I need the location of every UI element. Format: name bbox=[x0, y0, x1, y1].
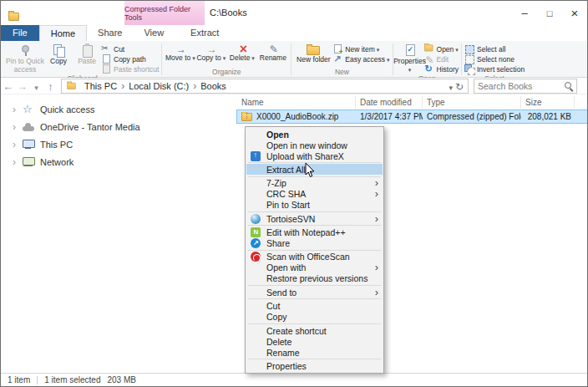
menu-item-open[interactable]: Open bbox=[246, 129, 383, 140]
tab-file[interactable]: File bbox=[1, 25, 39, 41]
ribbon-group-open: Properties Open Edit History bbox=[394, 42, 460, 77]
button-label: Copy to bbox=[196, 54, 226, 63]
paste-button[interactable]: Paste bbox=[73, 42, 101, 66]
menu-item-label: Upload with ShareX bbox=[266, 151, 381, 161]
tab-view[interactable]: View bbox=[133, 25, 175, 41]
tab-extract[interactable]: Extract bbox=[180, 25, 230, 41]
address-bar: This PC›Local Disk (C:)›Books bbox=[1, 78, 587, 94]
cut-button[interactable]: Cut bbox=[101, 44, 159, 54]
sidebar-item-onedrive-tantor-media[interactable]: ›OneDrive - Tantor Media bbox=[1, 118, 237, 135]
refresh-icon[interactable] bbox=[455, 79, 464, 94]
tab-home[interactable]: Home bbox=[39, 25, 87, 41]
share-icon bbox=[251, 238, 261, 248]
expand-chevron-icon[interactable]: › bbox=[9, 121, 19, 133]
history-button[interactable]: History bbox=[424, 64, 459, 74]
navigation-pane: ›Quick access›OneDrive - Tantor Media›Th… bbox=[1, 95, 237, 373]
new-folder-button[interactable]: New folder bbox=[294, 42, 332, 64]
menu-item-create-shortcut[interactable]: Create shortcut bbox=[246, 325, 383, 336]
menu-item-label: Share bbox=[266, 238, 381, 248]
menu-item-send-to[interactable]: Send to› bbox=[246, 287, 383, 298]
menu-icon-placeholder bbox=[251, 262, 261, 272]
sidebar-item-this-pc[interactable]: ›This PC bbox=[1, 135, 237, 153]
menu-separator bbox=[248, 225, 381, 226]
address-dropdown-icon[interactable] bbox=[449, 79, 453, 94]
menu-item-edit-with-notepad[interactable]: Edit with Notepad++ bbox=[246, 227, 383, 238]
menu-separator bbox=[248, 323, 381, 324]
officescan-icon bbox=[251, 252, 261, 262]
expand-chevron-icon[interactable]: › bbox=[9, 104, 19, 115]
invert-selection-button[interactable]: Invert selection bbox=[464, 64, 525, 74]
copy-button[interactable]: Copy bbox=[44, 42, 73, 66]
window-controls bbox=[512, 1, 587, 25]
menu-item-restore-previous-versions[interactable]: Restore previous versions bbox=[246, 273, 383, 284]
properties-button[interactable]: Properties bbox=[396, 42, 424, 74]
menu-item-open-in-new-window[interactable]: Open in new window bbox=[246, 140, 383, 150]
menu-item-7-zip[interactable]: 7-Zip› bbox=[246, 178, 383, 189]
menu-item-upload-with-sharex[interactable]: Upload with ShareX bbox=[246, 150, 383, 161]
sidebar-item-network[interactable]: ›Network bbox=[1, 153, 237, 171]
breadcrumb-separator-icon: › bbox=[119, 80, 126, 92]
close-button[interactable] bbox=[562, 1, 587, 25]
menu-item-pin-to-start[interactable]: Pin to Start bbox=[246, 200, 383, 211]
search-input[interactable] bbox=[474, 81, 564, 91]
column-header-date-modified[interactable]: Date modified bbox=[356, 96, 423, 109]
open-button[interactable]: Open bbox=[424, 44, 459, 54]
menu-item-label: Open bbox=[266, 130, 381, 140]
ribbon-tabstrip: File Home Share View Extract bbox=[1, 25, 587, 41]
breadcrumb-item-this-pc[interactable]: This PC bbox=[82, 81, 119, 91]
breadcrumb-item-local-disk-c[interactable]: Local Disk (C:) bbox=[126, 81, 191, 91]
copy-path-button[interactable]: Copy path bbox=[101, 54, 159, 64]
menu-item-open-with[interactable]: Open with› bbox=[246, 262, 383, 273]
pin-to-quick-access-button[interactable]: Pin to Quick access bbox=[6, 42, 44, 74]
menu-item-properties[interactable]: Properties bbox=[246, 360, 383, 371]
column-header-type[interactable]: Type bbox=[423, 96, 521, 109]
column-header-name[interactable]: Name bbox=[237, 96, 356, 109]
select-all-button[interactable]: Select all bbox=[464, 44, 525, 54]
menu-item-scan-with-officescan[interactable]: Scan with OfficeScan bbox=[246, 252, 383, 262]
scissors-icon bbox=[101, 44, 111, 54]
rename-button[interactable]: Rename bbox=[257, 42, 288, 63]
search-box[interactable] bbox=[474, 79, 577, 94]
new-item-button[interactable]: New item bbox=[332, 44, 389, 54]
button-label: Open bbox=[437, 45, 459, 53]
menu-item-crc-sha[interactable]: CRC SHA› bbox=[246, 189, 383, 200]
pin-icon bbox=[18, 43, 32, 57]
back-button[interactable] bbox=[1, 79, 15, 94]
zip-file-icon bbox=[241, 113, 252, 121]
button-label: Select all bbox=[477, 45, 506, 53]
menu-item-copy[interactable]: Copy bbox=[246, 312, 383, 323]
menu-item-tortoisesvn[interactable]: TortoiseSVN› bbox=[246, 213, 383, 224]
file-row[interactable]: X0000_AudioBook.zip 1/3/2017 4:37 PM Com… bbox=[237, 110, 587, 123]
tab-share[interactable]: Share bbox=[87, 25, 133, 41]
menu-item-cut[interactable]: Cut bbox=[246, 301, 383, 312]
address-box[interactable]: This PC›Local Disk (C:)›Books bbox=[61, 79, 469, 94]
network-icon bbox=[23, 157, 34, 166]
breadcrumb-item-books[interactable]: Books bbox=[198, 81, 229, 91]
column-header-size[interactable]: Size bbox=[521, 96, 575, 109]
menu-item-delete[interactable]: Delete bbox=[246, 336, 383, 347]
minimize-button[interactable] bbox=[512, 1, 537, 25]
button-label: Move to bbox=[165, 54, 195, 63]
submenu-arrow-icon: › bbox=[375, 215, 378, 223]
menu-icon-placeholder bbox=[251, 348, 261, 358]
select-none-button[interactable]: Select none bbox=[464, 54, 525, 64]
easy-access-button[interactable]: Easy access bbox=[332, 54, 389, 64]
maximize-button[interactable] bbox=[537, 1, 562, 25]
paste-shortcut-button[interactable]: Paste shortcut bbox=[101, 64, 159, 74]
delete-button[interactable]: Delete bbox=[226, 42, 257, 63]
up-button[interactable] bbox=[43, 79, 58, 94]
menu-item-share[interactable]: Share bbox=[246, 238, 383, 249]
sidebar-item-quick-access[interactable]: ›Quick access bbox=[1, 100, 237, 118]
ribbon-group-new: New folder New item Easy access New bbox=[292, 42, 391, 77]
expand-chevron-icon[interactable]: › bbox=[9, 156, 19, 168]
menu-item-rename[interactable]: Rename bbox=[246, 347, 383, 358]
expand-chevron-icon[interactable]: › bbox=[9, 139, 19, 150]
recent-locations-chevron-icon[interactable] bbox=[29, 79, 43, 94]
file-date-modified: 1/3/2017 4:37 PM bbox=[356, 112, 423, 121]
forward-button[interactable] bbox=[15, 79, 29, 94]
search-icon[interactable] bbox=[564, 81, 574, 91]
menu-separator bbox=[248, 211, 381, 212]
move-to-button[interactable]: Move to bbox=[165, 42, 195, 63]
copy-to-button[interactable]: Copy to bbox=[195, 42, 226, 63]
menu-icon-placeholder bbox=[251, 200, 261, 210]
